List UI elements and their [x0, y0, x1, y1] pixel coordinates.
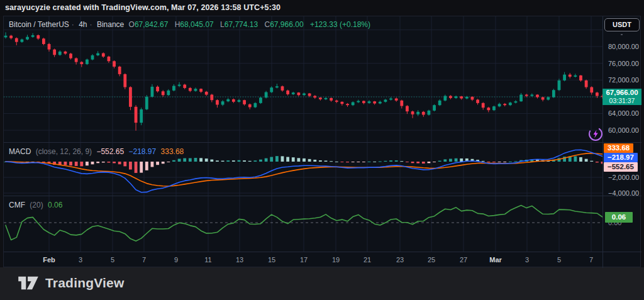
macd-line-value: −218.97	[128, 147, 156, 156]
last-price-badge: 67,966.00 03:31:37	[602, 89, 641, 105]
time-axis-day-label: 19	[332, 256, 340, 264]
macd-params: (close, 12, 26, 9)	[36, 147, 92, 156]
time-axis-day-label: 5	[111, 256, 114, 264]
last-price-value: 67,966.00	[602, 89, 641, 97]
time-axis-day-label: 23	[396, 256, 404, 264]
macd-value-badge: −552.65	[604, 162, 638, 172]
time-axis-day-label: 17	[300, 256, 308, 264]
time-axis-day-label: 25	[428, 256, 435, 264]
low-value: 67,774.13	[225, 20, 258, 29]
time-axis-month-label: Mar	[489, 256, 502, 264]
open-label: O	[129, 20, 135, 29]
time-axis-month-label: Feb	[43, 256, 55, 264]
chart-frame: Bitcoin / TetherUS· 4h· Binance O67,842.…	[3, 16, 641, 267]
change-value: +123.33 (+0.18%)	[310, 20, 370, 29]
time-axis-day-label: 7	[142, 256, 146, 264]
low-label: L	[220, 20, 225, 29]
symbol-title[interactable]: Bitcoin / TetherUS	[9, 20, 69, 29]
high-value: 68,045.07	[180, 20, 213, 29]
price-axis-label: 76,000.00	[608, 60, 639, 67]
cmf-params: (20)	[30, 201, 43, 209]
price-axis-label: 60,000.00	[608, 126, 639, 134]
macd-title[interactable]: MACD	[9, 147, 31, 156]
macd-value-badge: −218.97	[604, 153, 638, 162]
cmf-value-badge: 0.06	[605, 212, 633, 223]
time-axis-day-label: 15	[268, 256, 275, 264]
tradingview-snapshot: sarayucyzie created with TradingView.com…	[0, 0, 644, 300]
price-axis-label: 64,000.00	[608, 109, 639, 117]
time-axis-day-label: 9	[174, 256, 178, 264]
symbol-legend[interactable]: Bitcoin / TetherUS· 4h· Binance O67,842.…	[9, 20, 373, 29]
time-axis[interactable]: Feb3579111315171921232527Mar357	[4, 252, 602, 267]
time-axis-day-label: 11	[204, 256, 211, 264]
macd-axis-label: −2,000.00	[608, 174, 639, 181]
time-axis-day-label: 3	[79, 256, 82, 264]
tradingview-logo-icon	[18, 275, 39, 291]
macd-axis-label: −4,000.00	[608, 189, 639, 197]
price-pane-canvas[interactable]	[4, 16, 602, 142]
attribution-bar: sarayucyzie created with TradingView.com…	[0, 0, 644, 16]
time-axis-day-label: 5	[557, 256, 561, 264]
price-axis-label: 72,000.00	[608, 76, 639, 84]
axis-tick-dot	[621, 34, 623, 35]
cmf-legend[interactable]: CMF (20) 0.06	[9, 201, 65, 209]
cmf-value: 0.06	[48, 201, 62, 209]
close-label: C	[265, 20, 270, 29]
pane-separator[interactable]	[4, 142, 641, 143]
macd-value-badge: 333.68	[604, 143, 633, 153]
cmf-title[interactable]: CMF	[9, 201, 25, 209]
time-axis-day-label: 7	[589, 256, 593, 264]
tradingview-logo[interactable]: TradingView	[18, 275, 125, 291]
open-value: 67,842.67	[135, 20, 168, 29]
footer-bar: TradingView	[0, 267, 644, 300]
time-axis-day-label: 13	[236, 256, 243, 264]
tradingview-brand-text: TradingView	[45, 275, 125, 291]
bar-countdown: 03:31:37	[602, 97, 641, 104]
currency-toggle-button[interactable]: USDT	[604, 18, 640, 31]
exchange-label: Binance	[97, 20, 124, 29]
macd-legend[interactable]: MACD (close, 12, 26, 9) −552.65 −218.97 …	[9, 147, 186, 156]
close-value: 67,966.00	[270, 20, 303, 29]
time-axis-day-label: 3	[525, 256, 529, 264]
lightning-icon[interactable]	[587, 126, 604, 142]
cmf-pane-canvas[interactable]	[4, 196, 602, 252]
interval-label[interactable]: 4h	[79, 20, 87, 29]
pane-separator[interactable]	[4, 252, 641, 252]
price-axis[interactable]: USDT 80,000.0076,000.0072,000.0064,000.0…	[602, 16, 641, 252]
time-axis-day-label: 21	[364, 256, 371, 264]
macd-signal-value: 333.68	[161, 147, 184, 156]
price-axis-label: 80,000.00	[608, 43, 639, 50]
attribution-text: sarayucyzie created with TradingView.com…	[5, 3, 280, 12]
macd-histogram-value: −552.65	[96, 147, 124, 156]
time-axis-day-label: 27	[460, 256, 467, 264]
pane-separator[interactable]	[4, 196, 641, 196]
